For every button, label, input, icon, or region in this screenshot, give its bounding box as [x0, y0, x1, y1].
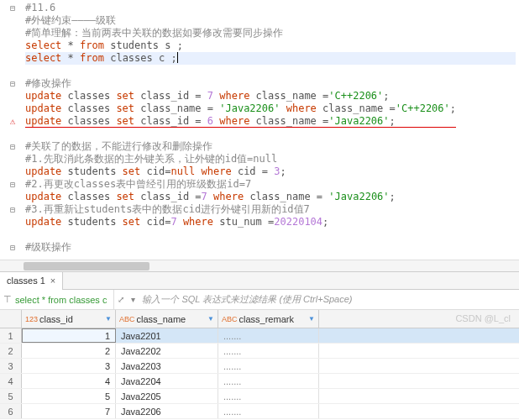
- chevron-down-icon[interactable]: ▼: [207, 315, 214, 323]
- fold-icon[interactable]: ⊟: [0, 2, 25, 14]
- warning-icon[interactable]: ⚠: [0, 115, 25, 128]
- table-row[interactable]: 67Java2206.......: [0, 404, 519, 419]
- fold-icon[interactable]: ⊟: [0, 77, 25, 90]
- scroll-thumb[interactable]: [24, 262, 149, 270]
- comment: #3.再重新让students表中的数据cid进行外键引用新的id值7: [25, 203, 310, 216]
- comment: #外键约束————级联: [25, 14, 116, 27]
- keyword: select: [25, 39, 61, 52]
- table-row[interactable]: 33Java2203.......: [0, 359, 519, 374]
- result-grid: 123class_id▼ ABCclass_name▼ ABCclass_rem…: [0, 310, 519, 419]
- result-tabs: classes 1 ×: [0, 271, 519, 290]
- table-row[interactable]: 44Java2204.......: [0, 374, 519, 389]
- fold-icon[interactable]: ⊟: [0, 178, 25, 191]
- tab-classes[interactable]: classes 1 ×: [0, 272, 63, 290]
- fold-icon[interactable]: ⊟: [0, 241, 25, 254]
- sql-preview: ⊤ select * from classes c: [0, 290, 114, 309]
- tab-label: classes 1: [7, 276, 45, 286]
- comment: #1.先取消此条数据的主外键关系，让外键的id值=null: [25, 153, 277, 165]
- column-header-name[interactable]: ABCclass_name▼: [116, 310, 218, 328]
- filter-row: ⊤ select * from classes c ⤢ ▾ 输入一个 SQL 表…: [0, 290, 519, 310]
- comment: #关联了的数据，不能进行修改和删除操作: [25, 140, 212, 153]
- grid-header: 123class_id▼ ABCclass_name▼ ABCclass_rem…: [0, 310, 519, 328]
- filter-icon[interactable]: ▾: [128, 295, 139, 304]
- text-cursor: [177, 52, 178, 63]
- comment: #级联操作: [25, 241, 71, 254]
- close-icon[interactable]: ×: [50, 276, 55, 286]
- fold-icon[interactable]: ⊟: [0, 203, 25, 216]
- comment: #11.6: [25, 2, 55, 14]
- keyword: select: [25, 52, 61, 65]
- code-content[interactable]: #11.6 #外键约束————级联 #简单理解：当前两表中关联的数据如要修改需要…: [25, 2, 456, 254]
- expand-icon[interactable]: ⤢: [114, 295, 128, 304]
- error-line: update classes set class_id = 6 where cl…: [25, 115, 456, 128]
- fold-icon[interactable]: ⊟: [0, 140, 25, 153]
- table-row[interactable]: 55Java2205.......: [0, 389, 519, 404]
- comment: #简单理解：当前两表中关联的数据如要修改需要同步操作: [25, 27, 283, 39]
- comment: #修改操作: [25, 77, 71, 90]
- table-row[interactable]: 22Java2202.......: [0, 344, 519, 359]
- row-header-corner: [0, 310, 22, 328]
- column-header-remark[interactable]: ABCclass_remark▼: [218, 310, 319, 328]
- editor-gutter: ⊟ ⊟ ⚠ ⊟ ⊟ ⊟ ⊟: [0, 2, 25, 254]
- table-row[interactable]: 11Java2201.......: [0, 328, 519, 344]
- watermark: CSDN @L_cl: [455, 313, 511, 323]
- t-icon: ⊤: [3, 294, 12, 305]
- chevron-down-icon[interactable]: ▼: [105, 315, 112, 323]
- sql-editor[interactable]: ⊟ ⊟ ⚠ ⊟ ⊟ ⊟ ⊟ #11.6 #外键约束————级联 #简单理解：当前…: [0, 0, 519, 271]
- column-header-id[interactable]: 123class_id▼: [22, 310, 116, 328]
- filter-input[interactable]: 输入一个 SQL 表达式来过滤结果 (使用 Ctrl+Space): [139, 293, 519, 306]
- chevron-down-icon[interactable]: ▼: [308, 315, 315, 323]
- comment: #2.再更改classes表中曾经引用的班级数据id=7: [25, 178, 251, 191]
- horizontal-scrollbar[interactable]: [0, 260, 519, 271]
